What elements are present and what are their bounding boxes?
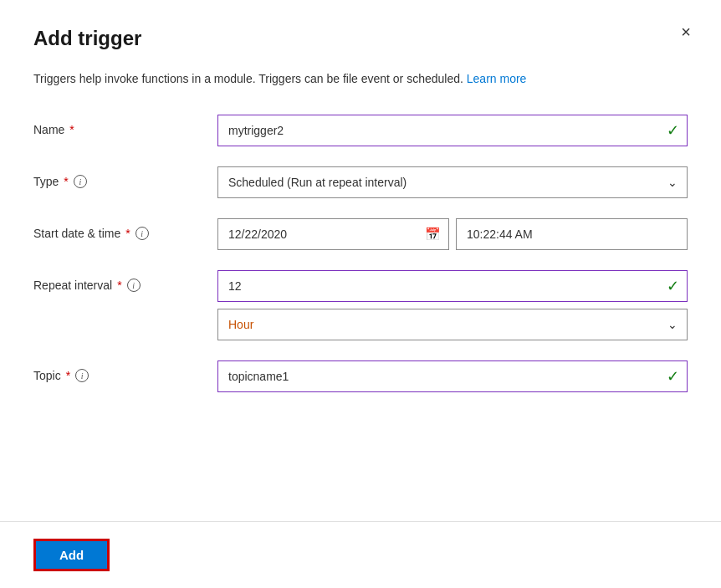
type-select[interactable]: Scheduled (Run at repeat interval) File … <box>217 166 688 198</box>
name-row: Name * ✓ <box>33 115 688 146</box>
type-row: Type * i Scheduled (Run at repeat interv… <box>33 166 688 198</box>
topic-label: Topic * i <box>33 360 217 382</box>
type-select-container: Scheduled (Run at repeat interval) File … <box>217 166 688 198</box>
topic-info-icon[interactable]: i <box>75 369 89 382</box>
date-wrapper: 📅 <box>217 218 449 250</box>
time-wrapper <box>456 218 688 250</box>
dialog-title: Add trigger <box>33 27 688 50</box>
hour-select-container: Hour Minute Day Week ⌄ <box>217 309 688 340</box>
add-button[interactable]: Add <box>33 539 110 571</box>
topic-input-container: ✓ <box>217 360 688 392</box>
dialog-footer: Add <box>0 521 721 588</box>
repeat-interval-info-icon[interactable]: i <box>127 279 141 292</box>
repeat-interval-required: * <box>117 279 121 292</box>
name-input[interactable] <box>217 115 688 146</box>
name-required: * <box>69 123 74 136</box>
start-datetime-required: * <box>125 227 130 240</box>
type-info-icon[interactable]: i <box>74 175 87 188</box>
repeat-interval-input-container: ✓ <box>217 270 688 302</box>
type-required: * <box>64 175 68 188</box>
learn-more-link[interactable]: Learn more <box>467 72 527 85</box>
start-datetime-info-icon[interactable]: i <box>136 227 149 240</box>
date-time-row: 📅 <box>217 218 688 250</box>
hour-select[interactable]: Hour Minute Day Week <box>217 309 688 340</box>
time-input[interactable] <box>456 218 688 250</box>
dialog-body: Add trigger × Triggers help invoke funct… <box>0 0 721 521</box>
repeat-interval-label: Repeat interval * i <box>33 270 217 292</box>
repeat-interval-wrapper: ✓ Hour Minute Day Week ⌄ <box>217 270 688 340</box>
topic-row: Topic * i ✓ <box>33 360 688 392</box>
add-trigger-dialog: Add trigger × Triggers help invoke funct… <box>0 0 721 588</box>
type-select-wrapper: Scheduled (Run at repeat interval) File … <box>217 166 688 198</box>
repeat-interval-input[interactable] <box>217 270 688 302</box>
date-input[interactable] <box>217 218 449 250</box>
topic-input[interactable] <box>217 360 688 392</box>
name-input-wrapper: ✓ <box>217 115 688 146</box>
start-datetime-row: Start date & time * i 📅 <box>33 218 688 250</box>
name-label: Name * <box>33 115 217 136</box>
topic-required: * <box>66 369 70 382</box>
name-input-container: ✓ <box>217 115 688 146</box>
topic-input-wrapper: ✓ <box>217 360 688 392</box>
repeat-interval-row: Repeat interval * i ✓ Hour Minute Day We… <box>33 270 688 340</box>
start-datetime-wrapper: 📅 <box>217 218 688 250</box>
type-label: Type * i <box>33 166 217 188</box>
start-datetime-label: Start date & time * i <box>33 218 217 240</box>
close-button[interactable]: × <box>681 23 691 40</box>
description-text: Triggers help invoke functions in a modu… <box>33 70 688 88</box>
